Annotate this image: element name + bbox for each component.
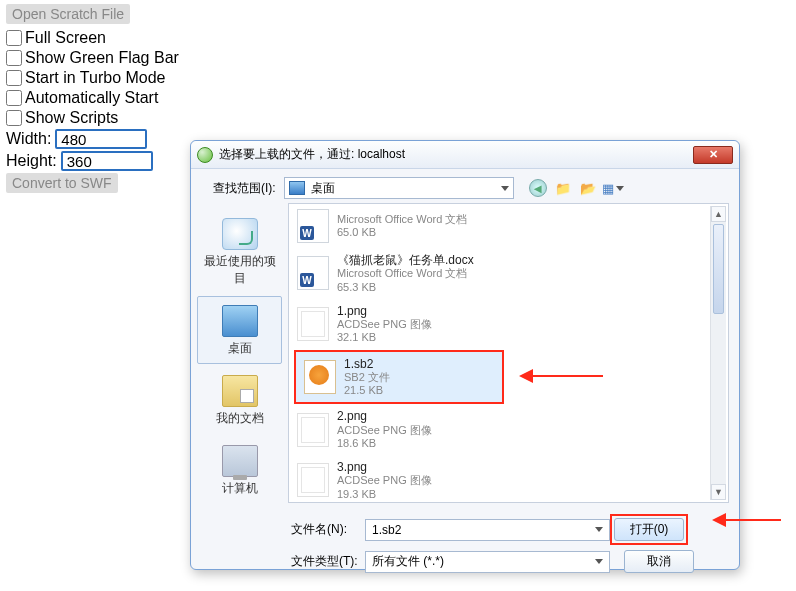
option-greenflag[interactable]: Show Green Flag Bar xyxy=(6,49,244,67)
file-name: 1.png xyxy=(337,304,432,318)
option-scripts[interactable]: Show Scripts xyxy=(6,109,244,127)
file-item[interactable]: 1.png ACDSee PNG 图像 32.1 KB xyxy=(289,299,728,350)
file-meta: Microsoft Office Word 文档 xyxy=(337,267,474,280)
desktop-mini-icon xyxy=(289,181,305,195)
sidebar-item-desktop[interactable]: 桌面 xyxy=(197,296,282,364)
file-item[interactable]: 《猫抓老鼠》任务单.docx Microsoft Office Word 文档 … xyxy=(289,248,728,299)
file-name: 2.png xyxy=(337,409,432,423)
height-input[interactable] xyxy=(61,151,153,171)
places-sidebar: 最近使用的项目 桌面 我的文档 计算机 xyxy=(191,203,288,503)
autostart-checkbox[interactable] xyxy=(6,90,22,106)
lookin-combo[interactable]: 桌面 xyxy=(284,177,514,199)
sidebar-desktop-label: 桌面 xyxy=(202,340,277,357)
file-item[interactable]: Microsoft Office Word 文档 65.0 KB xyxy=(289,204,728,248)
filetype-value: 所有文件 (*.*) xyxy=(372,553,444,570)
file-list[interactable]: Microsoft Office Word 文档 65.0 KB 《猫抓老鼠》任… xyxy=(288,203,729,503)
new-folder-button[interactable]: 📂 xyxy=(579,179,597,197)
autostart-label: Automatically Start xyxy=(25,89,158,107)
file-size: 21.5 KB xyxy=(344,384,390,397)
filename-label: 文件名(N): xyxy=(291,521,365,538)
documents-icon xyxy=(222,375,258,407)
file-size: 65.0 KB xyxy=(337,226,467,239)
word-doc-icon xyxy=(297,209,329,243)
option-fullscreen[interactable]: Full Screen xyxy=(6,29,244,47)
width-input[interactable] xyxy=(55,129,147,149)
sidebar-recent-label: 最近使用的项目 xyxy=(202,253,277,287)
open-button[interactable]: 打开(0) xyxy=(614,518,684,541)
png-file-icon xyxy=(297,307,329,341)
word-doc-icon xyxy=(297,256,329,290)
fullscreen-checkbox[interactable] xyxy=(6,30,22,46)
png-file-icon xyxy=(297,463,329,497)
dialog-title: 选择要上载的文件，通过: localhost xyxy=(219,146,405,163)
annotation-highlight: 打开(0) xyxy=(610,514,688,545)
option-turbo[interactable]: Start in Turbo Mode xyxy=(6,69,244,87)
file-name: 3.png xyxy=(337,460,432,474)
file-size: 18.6 KB xyxy=(337,437,432,450)
sidebar-item-docs[interactable]: 我的文档 xyxy=(197,366,282,434)
file-size: 19.3 KB xyxy=(337,488,432,501)
lookin-label: 查找范围(I): xyxy=(213,180,276,197)
height-label: Height: xyxy=(6,152,57,170)
file-item-selected[interactable]: 1.sb2 SB2 文件 21.5 KB xyxy=(294,350,504,405)
chevron-down-icon xyxy=(501,186,509,191)
ie-icon xyxy=(197,147,213,163)
filetype-combo[interactable]: 所有文件 (*.*) xyxy=(365,551,610,573)
fullscreen-label: Full Screen xyxy=(25,29,106,47)
file-item[interactable]: 3.png ACDSee PNG 图像 19.3 KB xyxy=(289,455,728,503)
turbo-checkbox[interactable] xyxy=(6,70,22,86)
option-autostart[interactable]: Automatically Start xyxy=(6,89,244,107)
close-button[interactable]: ✕ xyxy=(693,146,733,164)
sb2-file-icon xyxy=(304,360,336,394)
file-meta: ACDSee PNG 图像 xyxy=(337,474,432,487)
chevron-down-icon xyxy=(595,559,603,564)
recent-icon xyxy=(222,218,258,250)
annotation-arrow-icon xyxy=(519,369,603,383)
cancel-button[interactable]: 取消 xyxy=(624,550,694,573)
computer-icon xyxy=(222,445,258,477)
file-meta: ACDSee PNG 图像 xyxy=(337,424,432,437)
scripts-label: Show Scripts xyxy=(25,109,118,127)
scroll-down-button[interactable]: ▼ xyxy=(711,484,726,500)
sidebar-item-recent[interactable]: 最近使用的项目 xyxy=(197,209,282,294)
file-open-dialog: 选择要上载的文件，通过: localhost ✕ 查找范围(I): 桌面 ◄ 📁… xyxy=(190,140,740,570)
file-meta: Microsoft Office Word 文档 xyxy=(337,213,467,226)
filename-combo[interactable]: 1.sb2 xyxy=(365,519,610,541)
png-file-icon xyxy=(297,413,329,447)
dialog-titlebar[interactable]: 选择要上载的文件，通过: localhost ✕ xyxy=(191,141,739,169)
scroll-up-button[interactable]: ▲ xyxy=(711,206,726,222)
file-meta: SB2 文件 xyxy=(344,371,390,384)
scrollbar[interactable]: ▲ ▼ xyxy=(710,206,726,500)
filetype-label: 文件类型(T): xyxy=(291,553,365,570)
greenflag-label: Show Green Flag Bar xyxy=(25,49,179,67)
view-menu-button[interactable]: ▦ xyxy=(604,179,622,197)
chevron-down-icon xyxy=(595,527,603,532)
file-meta: ACDSee PNG 图像 xyxy=(337,318,432,331)
sidebar-item-pc[interactable]: 计算机 xyxy=(197,436,282,504)
desktop-icon xyxy=(222,305,258,337)
file-item[interactable]: 2.png ACDSee PNG 图像 18.6 KB xyxy=(289,404,728,455)
up-button[interactable]: 📁 xyxy=(554,179,572,197)
scripts-checkbox[interactable] xyxy=(6,110,22,126)
open-scratch-file-button[interactable]: Open Scratch File xyxy=(6,4,130,24)
scroll-thumb[interactable] xyxy=(713,224,724,314)
annotation-arrow-icon xyxy=(712,513,781,527)
file-name: 1.sb2 xyxy=(344,357,390,371)
width-label: Width: xyxy=(6,130,51,148)
sidebar-pc-label: 计算机 xyxy=(202,480,277,497)
file-size: 65.3 KB xyxy=(337,281,474,294)
turbo-label: Start in Turbo Mode xyxy=(25,69,166,87)
file-name: 《猫抓老鼠》任务单.docx xyxy=(337,253,474,267)
convert-swf-button[interactable]: Convert to SWF xyxy=(6,173,118,193)
filename-value: 1.sb2 xyxy=(372,523,401,537)
file-size: 32.1 KB xyxy=(337,331,432,344)
greenflag-checkbox[interactable] xyxy=(6,50,22,66)
sidebar-docs-label: 我的文档 xyxy=(202,410,277,427)
lookin-value: 桌面 xyxy=(311,180,335,197)
back-button[interactable]: ◄ xyxy=(529,179,547,197)
